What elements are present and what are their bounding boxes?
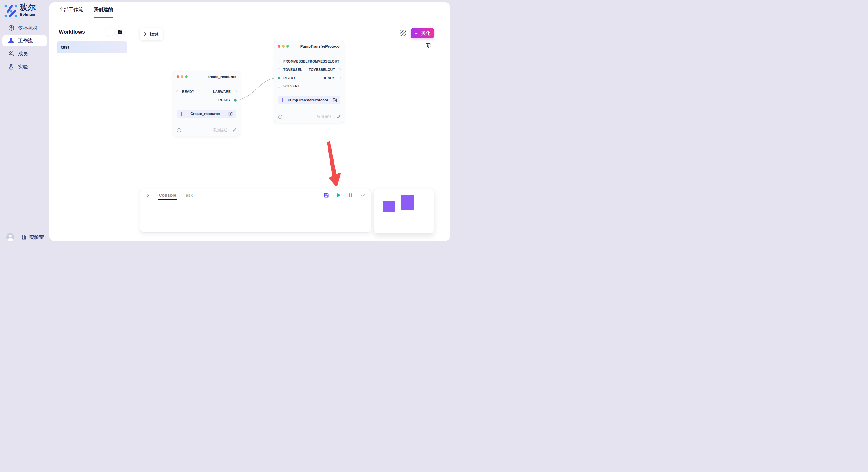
run-play-icon[interactable] (336, 193, 341, 198)
port-circle[interactable] (338, 68, 341, 71)
experiment-icon (8, 63, 14, 70)
brand-logo: 玻尔 Bohrium (0, 0, 50, 17)
chevron-down-icon[interactable] (360, 193, 365, 198)
dot-red (177, 75, 179, 78)
output-port-fromvesselout[interactable]: FROMVESSELOUT (308, 59, 345, 63)
collapse-chevron-right-icon[interactable] (146, 193, 150, 198)
sidebar-menu: 仪器耗材 工作流 (0, 22, 50, 72)
pause-icon[interactable] (348, 193, 353, 198)
import-folder-button[interactable] (116, 28, 124, 36)
folder-download-icon (118, 30, 122, 34)
port-circle[interactable] (338, 76, 341, 79)
node-title: create_resource (208, 74, 236, 79)
beautify-label: 美化 (422, 30, 431, 36)
brand-name-en: Bohrium (20, 12, 36, 16)
workspace-label: 实验室 (29, 234, 44, 241)
box-icon (8, 25, 14, 31)
sidebar-item-label: 实验 (18, 63, 28, 70)
workflow-canvas[interactable]: test create_resource READY (130, 19, 450, 241)
filter-icon[interactable] (426, 43, 432, 49)
port-circle[interactable] (278, 60, 280, 63)
add-workflow-button[interactable] (106, 28, 114, 36)
command-icon[interactable] (400, 30, 406, 36)
app-window: 玻尔 Bohrium 仪器耗材 (0, 0, 450, 245)
sidebar-item-workflows[interactable]: 工作流 (2, 35, 47, 46)
sidebar-item-label: 成员 (18, 50, 28, 57)
info-icon[interactable] (177, 128, 181, 133)
output-port-ready[interactable]: READY (322, 76, 341, 80)
sidebar-item-members[interactable]: 成员 (2, 48, 47, 59)
building-icon (21, 234, 27, 240)
tab-all-workflows[interactable]: 全部工作流 (59, 6, 83, 18)
workflow-tabbar: 全部工作流 我创建的 (50, 2, 450, 19)
traffic-dots (177, 75, 208, 78)
beautify-button[interactable]: 美化 (411, 28, 434, 38)
port-circle[interactable] (278, 68, 280, 71)
brand-name-cn: 玻尔 (20, 4, 36, 11)
input-port-solvent[interactable]: SOLVENT (278, 84, 300, 88)
node-pump-transfer-protocol[interactable]: PumpTransferProtocol FROMVESSEL FROMVESS… (274, 41, 344, 123)
input-port-ready[interactable]: READY (278, 76, 296, 80)
user-avatar[interactable] (6, 233, 14, 241)
tab-console[interactable]: Console (159, 193, 176, 198)
dot-green (185, 75, 188, 78)
port-circle-connected[interactable] (278, 76, 280, 79)
sidebar-item-experiments[interactable]: 实验 (2, 61, 47, 72)
tab-created-by-me[interactable]: 我创建的 (94, 6, 113, 18)
annotation-arrow (321, 140, 344, 189)
node-name-label: PumpTransferProtocol (283, 98, 333, 102)
port-circle[interactable] (176, 90, 179, 93)
sidebar-item-instruments[interactable]: 仪器耗材 (2, 22, 47, 34)
edit-icon[interactable] (228, 111, 233, 116)
sidebar-item-label: 工作流 (18, 38, 33, 44)
node-name-label: Create_resource (182, 111, 228, 116)
minimap[interactable] (374, 189, 434, 234)
workflows-panel: Workflows test (50, 19, 130, 241)
workflow-list-item[interactable]: test (57, 41, 127, 53)
dot-red (278, 45, 280, 47)
sparkles-icon (414, 31, 420, 36)
dot-green (286, 45, 289, 47)
canvas-breadcrumb[interactable]: test (140, 28, 163, 40)
chevron-right-icon (144, 32, 147, 36)
traffic-dots (278, 45, 300, 47)
port-circle[interactable] (278, 85, 280, 88)
input-port-ready[interactable]: READY (176, 90, 194, 94)
workflows-panel-title: Workflows (59, 29, 106, 35)
node-name-box[interactable]: PumpTransferProtocol (278, 96, 340, 104)
minimap-node-create-resource (383, 201, 395, 212)
input-port-fromvessel[interactable]: FROMVESSEL (278, 59, 308, 63)
output-port-labware[interactable]: LABWARE (213, 90, 237, 94)
console-panel: Console Task (140, 189, 371, 233)
tab-task[interactable]: Task (183, 193, 193, 198)
input-port-tovessel[interactable]: TOVESSEL (278, 68, 302, 72)
sidebar: 玻尔 Bohrium 仪器耗材 (0, 0, 50, 245)
pencil-icon[interactable] (232, 128, 237, 132)
breadcrumb-label: test (150, 31, 158, 37)
pencil-icon[interactable] (337, 115, 341, 119)
port-circle[interactable] (234, 90, 237, 93)
description-placeholder[interactable]: 添加描述... (212, 128, 230, 133)
plus-icon (108, 30, 112, 34)
dot-yellow (181, 75, 183, 78)
workspace-switcher[interactable]: 实验室 (21, 234, 44, 241)
workflow-item-name: test (61, 45, 69, 50)
node-name-box[interactable]: Create_resource (177, 109, 236, 118)
output-port-ready[interactable]: READY (218, 98, 237, 102)
node-create-resource[interactable]: create_resource READY LABWARE (173, 71, 240, 136)
edit-icon[interactable] (333, 98, 337, 102)
port-circle-connected[interactable] (234, 99, 237, 102)
sidebar-item-label: 仪器耗材 (18, 25, 38, 31)
output-port-tovesselout[interactable]: TOVESSELOUT (309, 68, 341, 72)
main-panel: 全部工作流 我创建的 Workflows t (50, 2, 450, 241)
save-icon[interactable] (324, 193, 329, 198)
members-icon (8, 50, 14, 57)
workflow-icon (8, 38, 14, 44)
port-circle[interactable] (342, 60, 345, 63)
node-title: PumpTransferProtocol (300, 44, 340, 48)
dot-yellow (282, 45, 285, 47)
description-placeholder[interactable]: 添加描述... (317, 114, 335, 119)
info-icon[interactable] (278, 115, 282, 119)
sidebar-footer: 实验室 (0, 233, 50, 241)
bohrium-logo-icon (4, 4, 17, 17)
